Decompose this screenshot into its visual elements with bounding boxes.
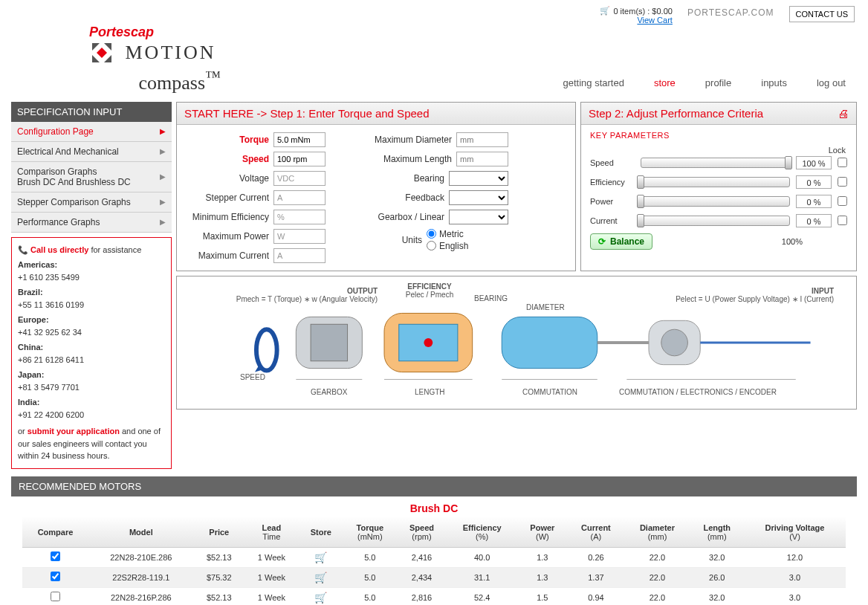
- store-cell[interactable]: 🛒: [299, 567, 343, 587]
- compare-cell[interactable]: [22, 567, 88, 587]
- label-units: Units: [340, 235, 422, 245]
- sidebar-item-2[interactable]: Comparison GraphsBrush DC And Brushless …: [11, 162, 172, 192]
- compare-checkbox[interactable]: [51, 572, 60, 581]
- submit-application-link[interactable]: submit your application: [27, 427, 120, 436]
- units-metric-radio[interactable]: Metric: [427, 229, 508, 239]
- dia-cell: 22.0: [624, 567, 690, 587]
- compare-checkbox[interactable]: [51, 592, 60, 601]
- slider-speed[interactable]: [641, 158, 790, 168]
- input-maximum-diameter[interactable]: [456, 132, 508, 147]
- view-cart-link[interactable]: View Cart: [637, 16, 672, 25]
- col-store[interactable]: Store: [299, 517, 343, 548]
- nav-profile[interactable]: profile: [705, 77, 731, 88]
- callbox-title: Call us directly: [30, 245, 88, 254]
- svg-point-14: [661, 329, 688, 356]
- len-cell: 32.0: [690, 547, 744, 567]
- balance-button[interactable]: ⟳ Balance: [590, 233, 652, 250]
- lock-current[interactable]: [838, 216, 847, 225]
- slider-efficiency[interactable]: [641, 177, 790, 187]
- cart-icon[interactable]: 🛒: [314, 592, 327, 604]
- col-lead[interactable]: LeadTime: [244, 517, 299, 548]
- price-cell: $75.32: [194, 567, 244, 587]
- slider-knob[interactable]: [785, 156, 792, 169]
- compare-cell[interactable]: [22, 547, 88, 567]
- main-nav: getting startedstoreprofileinputslog out: [563, 77, 846, 94]
- lock-speed[interactable]: [838, 158, 847, 167]
- print-icon[interactable]: 🖨: [838, 107, 849, 120]
- volt-cell: 3.0: [744, 567, 846, 587]
- region-label: India:: [18, 396, 165, 409]
- input-bearing[interactable]: [449, 171, 508, 186]
- store-cell[interactable]: 🛒: [299, 587, 343, 605]
- region-phone: +91 22 4200 6200: [18, 409, 165, 421]
- label-feedback: Feedback: [363, 192, 444, 203]
- col-power[interactable]: Power(W): [517, 517, 567, 548]
- sidebar-item-4[interactable]: Performance Graphs▶: [11, 213, 172, 233]
- col-current[interactable]: Current(A): [567, 517, 624, 548]
- power-cell: 1.3: [517, 567, 567, 587]
- col-price[interactable]: Price: [194, 517, 244, 548]
- table-row: 22N28-216P.286$52.131 Week🛒5.02,81652.41…: [22, 587, 846, 605]
- nav-log-out[interactable]: log out: [817, 77, 846, 88]
- input-minimum-efficiency[interactable]: [273, 210, 326, 224]
- svg-marker-1: [104, 43, 111, 51]
- col-speed[interactable]: Speed(rpm): [397, 517, 447, 548]
- input-torque[interactable]: [273, 132, 326, 147]
- lock-power[interactable]: [838, 196, 847, 206]
- slider-power[interactable]: [641, 196, 790, 207]
- input-maximum-length[interactable]: [456, 152, 508, 166]
- compare-cell[interactable]: [22, 587, 88, 605]
- sidebar-item-1[interactable]: Electrical And Mechanical▶: [11, 142, 172, 162]
- sidebar-item-3[interactable]: Stepper Comparison Graphs▶: [11, 192, 172, 213]
- label-maximum-power: Maximum Power: [187, 231, 269, 242]
- chevron-right-icon: ▶: [160, 198, 166, 206]
- region-label: Japan:: [18, 369, 165, 381]
- units-english-radio[interactable]: English: [427, 241, 508, 251]
- cart-icon[interactable]: 🛒: [314, 551, 327, 563]
- cart-icon[interactable]: 🛒: [314, 572, 327, 583]
- col-diameter[interactable]: Diameter(mm): [624, 517, 690, 548]
- logo: Portescap MOTION xxxx compass™: [89, 25, 221, 94]
- step1-title: START HERE -> Step 1: Enter Torque and S…: [177, 103, 575, 125]
- svg-rect-13: [649, 320, 700, 364]
- sidebar-item-0[interactable]: Configuration Page▶: [11, 122, 172, 142]
- price-cell: $52.13: [194, 547, 244, 567]
- region-phone: +81 3 5479 7701: [18, 381, 165, 394]
- slider-knob[interactable]: [637, 214, 644, 227]
- brand-motion: MOTION: [126, 42, 216, 63]
- site-link[interactable]: PORTESCAP.COM: [687, 6, 774, 18]
- volt-cell: 3.0: [744, 587, 846, 605]
- contact-us-button[interactable]: CONTACT US: [789, 6, 855, 22]
- col-length[interactable]: Length(mm): [690, 517, 744, 548]
- lock-efficiency[interactable]: [838, 177, 847, 187]
- col-efficiency[interactable]: Efficiency(%): [447, 517, 517, 548]
- current-cell: 0.26: [567, 547, 624, 567]
- input-gearbox-linear[interactable]: [449, 210, 508, 224]
- col-model[interactable]: Model: [88, 517, 194, 548]
- input-maximum-current[interactable]: [273, 248, 326, 263]
- nav-store[interactable]: store: [654, 77, 676, 88]
- compare-checkbox[interactable]: [51, 551, 60, 561]
- col-torque[interactable]: Torque(mNm): [343, 517, 397, 548]
- input-stepper-current[interactable]: [273, 190, 326, 205]
- reco-category: Brush DC: [22, 496, 846, 517]
- col-driving-voltage[interactable]: Driving Voltage(V): [744, 517, 846, 548]
- slider-pct-current: 0 %: [796, 214, 832, 227]
- input-maximum-power[interactable]: [273, 229, 326, 244]
- input-voltage[interactable]: [273, 171, 326, 186]
- slider-knob[interactable]: [637, 195, 644, 208]
- nav-getting-started[interactable]: getting started: [563, 77, 624, 88]
- slider-current[interactable]: [641, 216, 790, 226]
- slider-label-power: Power: [590, 197, 635, 206]
- key-parameters-label: KEY PARAMETERS: [590, 131, 847, 140]
- input-feedback[interactable]: [449, 190, 508, 205]
- input-speed[interactable]: [273, 152, 326, 166]
- col-compare[interactable]: Compare: [22, 517, 88, 548]
- slider-label-current: Current: [590, 216, 635, 225]
- slider-knob[interactable]: [637, 175, 644, 189]
- label-maximum-length: Maximum Length: [370, 154, 452, 164]
- eff-cell: 52.4: [447, 587, 517, 605]
- nav-inputs[interactable]: inputs: [761, 77, 787, 88]
- store-cell[interactable]: 🛒: [299, 547, 343, 567]
- speed-cell: 2,416: [397, 547, 447, 567]
